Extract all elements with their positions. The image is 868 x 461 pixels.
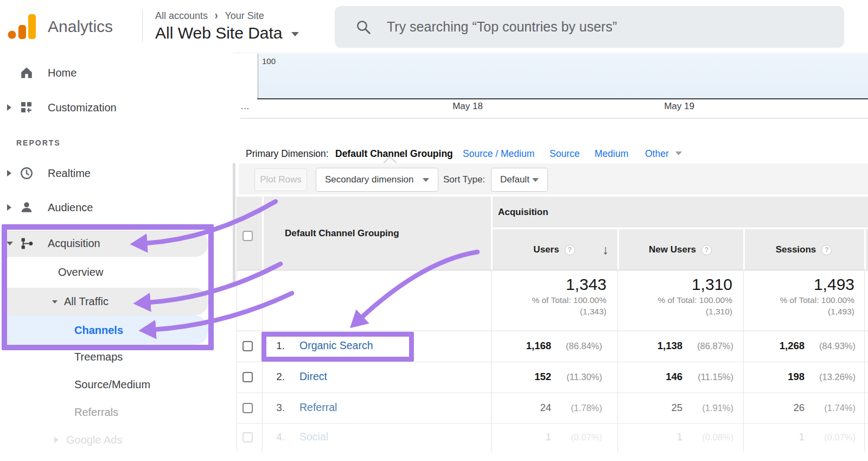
row-rank: 3.: [267, 402, 285, 414]
chevron-right-icon: ›: [215, 9, 218, 23]
sidebar-item-label: Referrals: [74, 406, 118, 419]
sidebar-item-label: Customization: [48, 102, 117, 114]
chevron-down-icon: [532, 178, 539, 182]
google-analytics-logo-icon[interactable]: [8, 11, 36, 39]
search-bar[interactable]: [335, 6, 844, 48]
cell-new-users: 25(1.91%): [617, 402, 743, 414]
header-divider: [142, 10, 143, 42]
help-icon[interactable]: ?: [821, 245, 832, 255]
row-checkbox[interactable]: [242, 341, 253, 351]
totals-new-users: 1,310 % of Total: 100.00% (1,310): [617, 275, 732, 317]
expand-caret-icon[interactable]: [7, 104, 11, 111]
primary-dimension-label: Primary Dimension:: [246, 146, 329, 162]
sidebar-item-label: Google Ads: [66, 434, 122, 446]
cell-new-users: 1(0.08%): [617, 431, 743, 443]
chart-x-axis: [257, 98, 868, 99]
property-selector-label: All Web Site Data: [155, 24, 283, 42]
sidebar-item-label: Treemaps: [74, 351, 123, 363]
cell-users: 24(1.78%): [491, 402, 617, 414]
sidebar-scrollbar[interactable]: [233, 163, 235, 285]
search-input[interactable]: [387, 19, 810, 35]
chart-y-axis: [258, 54, 258, 99]
sort-direction-icon[interactable]: ↓: [603, 243, 609, 257]
cell-sessions: 198(13.26%): [743, 371, 864, 383]
cell-new-users: 146(11.15%): [617, 371, 743, 383]
chart-x-tick-may19: May 19: [658, 101, 701, 112]
analytics-page: Analytics All accounts › Your Site All W…: [0, 0, 868, 461]
table-row: 3. Referral 24(1.78%) 25(1.91%) 26(1.74%…: [237, 393, 868, 423]
person-icon: [20, 200, 34, 214]
product-name: Analytics: [48, 17, 113, 36]
dimension-tab-source[interactable]: Source: [550, 146, 579, 162]
chevron-down-icon: [423, 178, 429, 182]
breadcrumb: All accounts › Your Site: [155, 9, 264, 23]
plot-rows-button[interactable]: Plot Rows: [254, 168, 307, 191]
column-header-new-users[interactable]: New Users ?: [617, 229, 743, 270]
channel-link[interactable]: Referral: [299, 401, 337, 414]
sidebar-item-audience[interactable]: Audience: [0, 194, 233, 220]
dimension-column-header[interactable]: Default Channel Grouping: [262, 197, 491, 270]
expand-caret-icon: [54, 437, 59, 443]
sidebar-item-source-medium[interactable]: Source/Medium: [0, 372, 233, 397]
cell-users: 152(11.30%): [491, 371, 617, 383]
chart-x-tick-ellipsis: …: [240, 101, 250, 112]
sidebar-item-home[interactable]: Home: [0, 60, 233, 86]
cell-users: 1(0.07%): [491, 431, 617, 443]
customization-icon: [20, 101, 33, 114]
select-all-checkbox[interactable]: [242, 231, 253, 241]
breadcrumb-all-accounts[interactable]: All accounts: [155, 10, 208, 22]
sort-type-value: Default: [500, 174, 529, 185]
dimension-tab-other[interactable]: Other: [645, 146, 669, 162]
annotation-box-organic-search: [261, 332, 414, 362]
table-row: 4. Social 1(0.07%) 1(0.08%) 1(0.07%): [237, 424, 868, 452]
column-header-users[interactable]: Users ? ↓: [491, 229, 617, 270]
sidebar-item-label: Audience: [48, 201, 93, 214]
row-rank: 4.: [267, 431, 285, 443]
expand-caret-icon[interactable]: [7, 204, 11, 211]
breadcrumb-site[interactable]: Your Site: [225, 10, 264, 22]
metric-group-header: Acquisition: [498, 197, 548, 228]
sort-type-dropdown[interactable]: Default: [491, 168, 548, 192]
sidebar-item-referrals[interactable]: Referrals: [0, 400, 233, 425]
bottom-fade-overlay: [0, 445, 233, 461]
search-icon: [355, 19, 372, 35]
totals-users: 1,343 % of Total: 100.00% (1,343): [491, 275, 607, 317]
sidebar-item-label: Source/Medium: [74, 378, 150, 391]
sidebar-item-label: Realtime: [48, 167, 91, 180]
clock-icon: [20, 166, 34, 180]
secondary-dimension-label: Secondary dimension: [325, 174, 413, 185]
help-icon[interactable]: ?: [565, 245, 575, 255]
cell-users: 1,168(86.84%): [491, 340, 617, 352]
cell-sessions: 1(0.07%): [743, 431, 864, 443]
cell-sessions: 1,268(84.93%): [743, 340, 864, 352]
sidebar-item-customization[interactable]: Customization: [0, 94, 233, 121]
cell-sessions: 26(1.74%): [743, 402, 864, 414]
active-tab-notch-fill: [385, 157, 395, 163]
chevron-down-icon: [291, 32, 299, 36]
secondary-dimension-dropdown[interactable]: Secondary dimension: [316, 168, 438, 192]
column-header-sessions[interactable]: Sessions ?: [743, 229, 864, 270]
table-border: [237, 270, 868, 270]
dimension-tab-source-medium[interactable]: Source / Medium: [463, 146, 534, 162]
sidebar-item-label: Home: [48, 67, 76, 79]
row-rank: 2.: [267, 371, 285, 383]
row-checkbox[interactable]: [242, 403, 253, 413]
help-icon[interactable]: ?: [701, 245, 712, 255]
chart-y-tick: 100: [262, 56, 276, 66]
cell-new-users: 1,138(86.87%): [617, 340, 743, 352]
sort-type-label: Sort Type:: [443, 168, 485, 192]
totals-sessions: 1,493 % of Total: 100.00% (1,493): [743, 275, 854, 317]
annotation-box-sidebar: [2, 224, 214, 350]
row-checkbox[interactable]: [242, 372, 253, 382]
row-checkbox[interactable]: [242, 432, 253, 443]
channel-link[interactable]: Direct: [299, 370, 327, 383]
channel-link[interactable]: Social: [299, 431, 328, 443]
expand-caret-icon[interactable]: [7, 170, 11, 176]
app-header: Analytics All accounts › Your Site All W…: [0, 0, 868, 53]
table-row: 2. Direct 152(11.30%) 146(11.15%) 198(13…: [237, 362, 868, 393]
dimension-tab-medium[interactable]: Medium: [595, 146, 628, 162]
traffic-chart-area: [258, 54, 868, 99]
property-selector[interactable]: All Web Site Data: [155, 24, 299, 42]
sidebar-item-realtime[interactable]: Realtime: [0, 160, 233, 186]
reports-section-label: REPORTS: [16, 138, 61, 147]
